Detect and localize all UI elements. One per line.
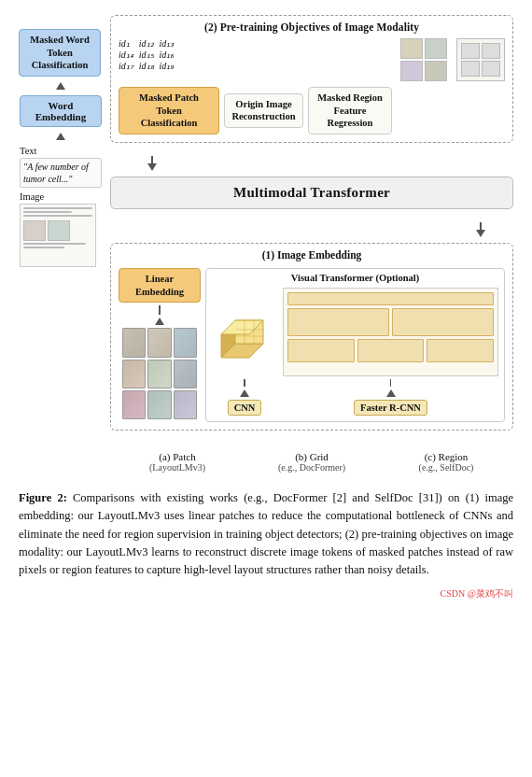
id-grid: id₁id₁₂id₁₃ id₁₄id₁₅id₁₆ id₁₇id₁₈id₁₉ xyxy=(119,38,174,71)
text-content: "A few number of tumor cell..." xyxy=(20,158,102,188)
transformer-bar: Multimodal Transformer xyxy=(110,177,513,209)
watermark: CSDN @菜鸡不叫 xyxy=(19,587,513,600)
captions-row: (a) Patch (LayoutLMv3) (b) Grid (e.g., D… xyxy=(110,451,513,473)
page: Masked Word Token Classification Word Em… xyxy=(0,0,532,615)
input-doc-thumb xyxy=(20,204,96,267)
vis-transformer-title: Visual Transformer (Optional) xyxy=(212,273,498,283)
pretrain-box-title: (2) Pre-training Objectives of Image Mod… xyxy=(119,21,505,33)
arrow-up-masked-word xyxy=(56,82,65,90)
pretrain-box: (2) Pre-training Objectives of Image Mod… xyxy=(110,15,513,143)
word-embed-box: Word Embedding xyxy=(20,95,102,127)
vis-transformer-box: Visual Transformer (Optional) xyxy=(205,268,505,422)
right-column: (2) Pre-training Objectives of Image Mod… xyxy=(110,15,513,473)
text-area: Text "A few number of tumor cell..." Ima… xyxy=(20,146,102,267)
figure-caption-label: Figure 2: xyxy=(19,491,67,504)
figure-caption-text: Comparisons with existing works (e.g., D… xyxy=(19,491,513,577)
image-label: Image xyxy=(20,191,102,202)
faster-rcnn-label: Faster R-CNN xyxy=(354,400,427,416)
caption-a: (a) Patch (LayoutLMv3) xyxy=(110,451,245,473)
doc-thumb-top xyxy=(456,38,505,81)
caption-c: (c) Region (e.g., SelfDoc) xyxy=(379,451,513,473)
diagram: Masked Word Token Classification Word Em… xyxy=(19,15,513,473)
masked-patch-box: Masked Patch Token Classification xyxy=(119,87,219,134)
patch-grid xyxy=(122,328,197,419)
region-doc xyxy=(283,288,498,376)
arrows-to-transformer xyxy=(110,156,513,171)
cnn-label: CNN xyxy=(228,400,262,416)
image-embed-box: (1) Image Embedding Linear Embedding xyxy=(110,243,513,431)
caption-b: (b) Grid (e.g., DocFormer) xyxy=(245,451,379,473)
small-patches xyxy=(400,38,447,81)
masked-region-box: Masked Region Feature Regression xyxy=(308,87,392,134)
masked-word-box: Masked Word Token Classification xyxy=(19,29,101,77)
linear-embed-box: Linear Embedding xyxy=(119,268,201,303)
arrow-transformer-down xyxy=(110,222,513,237)
text-label: Text xyxy=(20,146,102,156)
left-column: Masked Word Token Classification Word Em… xyxy=(19,15,103,267)
image-embed-title: (1) Image Embedding xyxy=(119,249,505,261)
pretrain-objectives-row: Masked Patch Token Classification Origin… xyxy=(119,87,505,134)
origin-image-box: Origin Image Reconstruction xyxy=(224,93,303,128)
arrow-up-word-embed xyxy=(56,133,65,140)
figure-caption: Figure 2: Comparisons with existing work… xyxy=(19,489,513,580)
cnn-cube-svg xyxy=(212,316,277,376)
